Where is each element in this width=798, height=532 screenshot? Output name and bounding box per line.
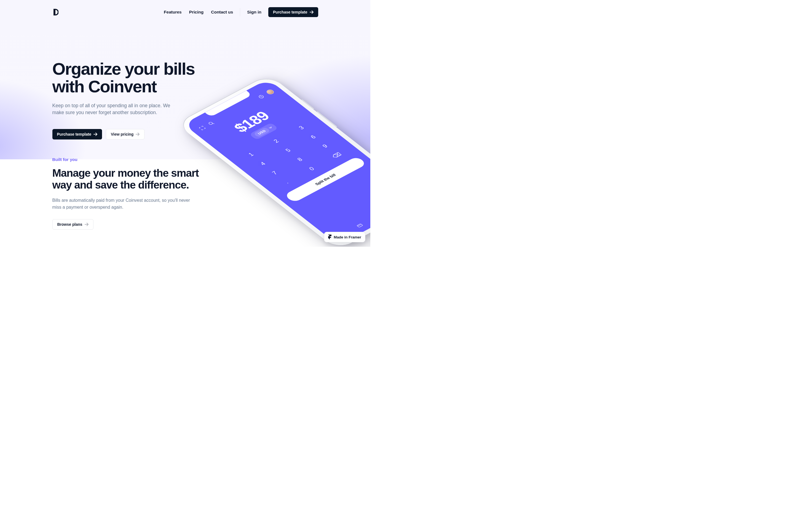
section2-subtitle: Bills are automatically paid from your C… — [52, 197, 196, 211]
nav-link-features[interactable]: Features — [164, 10, 182, 15]
arrow-right-icon — [136, 133, 140, 136]
keypad-key: 8 — [286, 151, 314, 168]
keypad-key: 0 — [298, 161, 326, 177]
keypad-key: . — [273, 174, 300, 190]
keypad-key: 4 — [249, 155, 277, 172]
arrow-right-icon — [93, 133, 97, 136]
card-icon — [355, 223, 365, 229]
browse-plans-button[interactable]: Browse plans — [52, 219, 93, 230]
svg-point-0 — [208, 122, 213, 125]
nav-right: Features Pricing Contact us Sign in Purc… — [164, 7, 318, 17]
view-pricing-label: View pricing — [111, 132, 133, 136]
browse-plans-label: Browse plans — [57, 222, 82, 227]
keypad-key: 1 — [237, 146, 265, 163]
sign-in-link[interactable]: Sign in — [247, 10, 261, 15]
svg-rect-2 — [357, 224, 363, 227]
nav-link-contact[interactable]: Contact us — [211, 10, 233, 15]
keypad-key: 9 — [311, 138, 339, 154]
search-icon — [206, 120, 216, 127]
framer-icon — [328, 234, 331, 240]
hero-title-line2: with Coinvent — [52, 77, 156, 96]
hero-purchase-button[interactable]: Purchase template — [52, 129, 102, 139]
chevron-down-icon — [268, 126, 273, 129]
keypad-key-backspace: ⌫ — [323, 147, 351, 164]
keypad-key: 3 — [287, 120, 315, 136]
section2-cta: Browse plans — [52, 219, 318, 230]
site-header: Features Pricing Contact us Sign in Purc… — [52, 0, 318, 17]
keypad-key: 5 — [274, 142, 302, 158]
hero-purchase-label: Purchase template — [57, 132, 92, 136]
hero-title-line1: Organize your bills — [52, 59, 195, 78]
scan-icon — [198, 125, 207, 131]
nav-links: Features Pricing Contact us — [164, 10, 233, 15]
nav-link-pricing[interactable]: Pricing — [189, 10, 204, 15]
hero-subtitle: Keep on top of all of your spending all … — [52, 102, 171, 116]
clock-icon — [257, 94, 266, 100]
section2-title: Manage your money the smart way and save… — [52, 167, 207, 191]
avatar — [265, 89, 276, 95]
view-pricing-button[interactable]: View pricing — [106, 129, 145, 139]
dollar-icon — [370, 215, 370, 221]
keypad-key: 7 — [261, 165, 289, 181]
arrow-right-icon — [85, 223, 89, 226]
nav-divider — [240, 8, 240, 16]
keypad-key: 2 — [262, 133, 290, 149]
logo-icon — [52, 8, 58, 16]
made-in-framer-badge[interactable]: Made in Framer — [324, 232, 365, 242]
keypad-key: 6 — [299, 129, 327, 145]
arrow-right-icon — [310, 11, 314, 14]
framer-badge-label: Made in Framer — [334, 235, 361, 239]
purchase-template-button[interactable]: Purchase template — [268, 7, 318, 17]
logo[interactable] — [52, 8, 58, 16]
purchase-template-label: Purchase template — [273, 10, 308, 14]
